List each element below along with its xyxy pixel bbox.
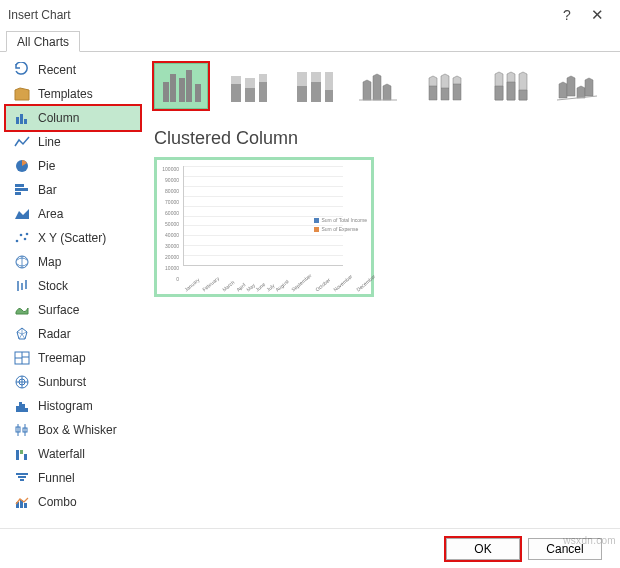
subtype-3d-stacked-column[interactable] [418,63,472,109]
subtype-row [154,58,610,114]
sidebar-item-label: Treemap [38,351,86,365]
svg-rect-2 [24,119,27,124]
sidebar: Recent Templates Column Line Pie [0,52,140,526]
subtype-3d-clustered-column[interactable] [352,63,406,109]
sidebar-item-map[interactable]: Map [6,250,140,274]
surface-icon [14,302,30,318]
sidebar-item-boxwhisker[interactable]: Box & Whisker [6,418,140,442]
sidebar-item-radar[interactable]: Radar [6,322,140,346]
svg-rect-62 [325,90,333,102]
sidebar-item-column[interactable]: Column [6,106,140,130]
svg-rect-29 [16,406,19,412]
line-icon [14,134,30,150]
sidebar-item-label: Recent [38,63,76,77]
subtype-stacked-column[interactable] [220,63,274,109]
sidebar-item-label: X Y (Scatter) [38,231,106,245]
svg-rect-32 [25,408,28,412]
svg-rect-31 [22,404,25,412]
sidebar-item-label: Funnel [38,471,75,485]
treemap-icon [14,350,30,366]
sidebar-item-label: Pie [38,159,55,173]
sidebar-item-stock[interactable]: Stock [6,274,140,298]
sidebar-item-combo[interactable]: Combo [6,490,140,514]
subtype-3d-100-stacked-column[interactable] [484,63,538,109]
svg-point-9 [24,238,27,241]
svg-rect-53 [245,88,255,102]
watermark: wsxdn.com [563,535,616,546]
stock-icon [14,278,30,294]
recent-icon [14,62,30,78]
svg-rect-58 [297,86,307,102]
bar-icon [14,182,30,198]
svg-rect-56 [259,74,267,82]
svg-rect-50 [195,84,201,102]
ok-button[interactable]: OK [446,538,520,560]
svg-point-10 [26,233,29,236]
svg-line-18 [22,334,25,339]
svg-rect-60 [311,82,321,102]
legend: Sum of Total IncomeSum of Expense [314,216,368,234]
sidebar-item-recent[interactable]: Recent [6,58,140,82]
sidebar-item-label: Radar [38,327,71,341]
svg-rect-52 [231,76,241,84]
svg-rect-49 [186,70,192,102]
scatter-icon [14,230,30,246]
funnel-icon [14,470,30,486]
chart-preview[interactable]: 1000009000080000700006000050000400003000… [154,157,374,297]
combo-icon [14,494,30,510]
subtype-title: Clustered Column [154,128,610,149]
sidebar-item-label: Bar [38,183,57,197]
svg-rect-45 [24,503,27,508]
sidebar-item-surface[interactable]: Surface [6,298,140,322]
sidebar-item-label: Sunburst [38,375,86,389]
sidebar-item-label: Column [38,111,79,125]
sidebar-item-label: Box & Whisker [38,423,117,437]
sidebar-item-treemap[interactable]: Treemap [6,346,140,370]
svg-rect-51 [231,84,241,102]
templates-icon [14,86,30,102]
area-icon [14,206,30,222]
svg-rect-1 [20,114,23,124]
svg-rect-30 [19,402,22,412]
sidebar-item-line[interactable]: Line [6,130,140,154]
sidebar-item-label: Stock [38,279,68,293]
sidebar-item-label: Histogram [38,399,93,413]
svg-point-8 [20,234,23,237]
subtype-100-stacked-column[interactable] [286,63,340,109]
svg-rect-48 [179,78,185,102]
sidebar-item-label: Waterfall [38,447,85,461]
svg-rect-42 [20,479,24,481]
sidebar-item-waterfall[interactable]: Waterfall [6,442,140,466]
sidebar-item-label: Surface [38,303,79,317]
sidebar-item-sunburst[interactable]: Sunburst [6,370,140,394]
sidebar-item-histogram[interactable]: Histogram [6,394,140,418]
svg-rect-47 [170,74,176,102]
sidebar-item-pie[interactable]: Pie [6,154,140,178]
sidebar-item-area[interactable]: Area [6,202,140,226]
svg-rect-0 [16,117,19,124]
sidebar-item-label: Templates [38,87,93,101]
radar-icon [14,326,30,342]
svg-rect-38 [20,450,23,454]
tab-all-charts[interactable]: All Charts [6,31,80,52]
pie-icon [14,158,30,174]
help-button[interactable]: ? [552,7,582,23]
svg-rect-5 [15,188,28,191]
subtype-3d-column[interactable] [550,63,604,109]
map-icon [14,254,30,270]
sidebar-item-bar[interactable]: Bar [6,178,140,202]
histogram-icon [14,398,30,414]
sidebar-item-scatter[interactable]: X Y (Scatter) [6,226,140,250]
sidebar-item-templates[interactable]: Templates [6,82,140,106]
main-panel: Clustered Column 10000090000800007000060… [140,52,620,526]
sunburst-icon [14,374,30,390]
svg-point-7 [16,240,19,243]
tab-label: All Charts [17,35,69,49]
subtype-clustered-column[interactable] [154,63,208,109]
close-button[interactable]: ✕ [582,6,612,24]
svg-rect-4 [15,184,24,187]
dialog-body: Recent Templates Column Line Pie [0,52,620,526]
svg-line-19 [19,334,22,339]
y-axis-labels: 1000009000080000700006000050000400003000… [161,164,179,285]
sidebar-item-funnel[interactable]: Funnel [6,466,140,490]
